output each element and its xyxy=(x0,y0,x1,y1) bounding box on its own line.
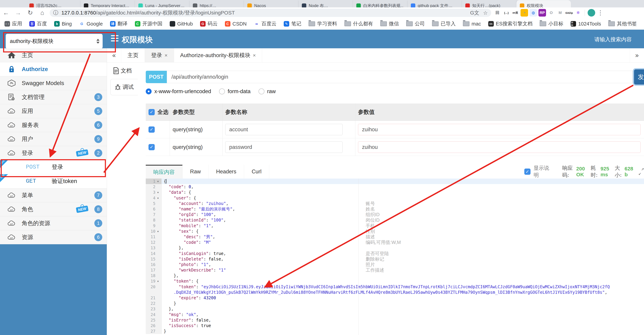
body-type-radio[interactable]: form-data xyxy=(219,88,250,94)
tabs-scroll-right-icon[interactable]: » xyxy=(630,48,644,62)
tab-close-icon[interactable]: × xyxy=(164,52,168,58)
fold-toggle-icon[interactable]: ▾ xyxy=(156,229,160,234)
ext-chrome-icon[interactable]: ◔ xyxy=(520,9,528,16)
select-all-checkbox[interactable]: ✓ xyxy=(148,109,155,115)
bookmark-item[interactable]: 译翻译 xyxy=(110,20,128,27)
send-button[interactable]: 发 xyxy=(634,69,644,84)
ext-grid-icon[interactable]: 回 xyxy=(494,9,501,16)
bookmark-item[interactable]: ✎笔记 xyxy=(284,20,301,27)
sidebar-item-资源[interactable]: API资源6 xyxy=(0,230,107,244)
browser-tab[interactable]: https://… xyxy=(189,0,244,8)
sidebar-item-Authorize[interactable]: Authorize xyxy=(0,62,107,76)
tab-debug[interactable]: 调试 xyxy=(110,79,138,95)
sidebar-item-Swagger Models[interactable]: Swagger Models xyxy=(0,76,107,90)
bookmark-item[interactable]: 微信 xyxy=(380,20,399,27)
ext-asterisk-icon[interactable]: ✲ xyxy=(574,9,582,16)
content-tab[interactable]: Authorize-authority-权限模块× xyxy=(174,48,262,62)
ext-rp-icon[interactable]: RP xyxy=(538,9,546,16)
fold-toggle-icon[interactable]: ▾ xyxy=(156,179,160,183)
expand-icon[interactable]: ↗↙ xyxy=(638,168,644,176)
sidebar-endpoint-验证token[interactable]: NEWGET验证token xyxy=(0,174,107,188)
bookmark-item[interactable]: CCSDN xyxy=(225,21,247,27)
browser-tab[interactable]: 白米内科参数列表规… xyxy=(353,0,407,8)
param-value-input[interactable]: zuihou xyxy=(358,124,640,135)
param-name-input[interactable]: account xyxy=(225,124,342,135)
bookmark-item[interactable]: C开源中国 xyxy=(135,20,162,27)
response-tab-Headers[interactable]: Headers xyxy=(208,165,244,178)
tabs-scroll-left-icon[interactable]: « xyxy=(107,48,121,62)
bookmark-item[interactable]: 已导入 xyxy=(432,20,456,27)
sidebar-item-用户[interactable]: API用户9 xyxy=(0,132,107,146)
browser-tab[interactable]: github pack 文件… xyxy=(407,0,462,8)
bookmark-item[interactable]: ESES搜索引擎文档 xyxy=(488,20,532,27)
ext-ring-icon[interactable]: O xyxy=(548,9,555,16)
module-select[interactable]: authority-权限模块 xyxy=(6,34,102,49)
sidebar-item-主页[interactable]: 主页 xyxy=(0,48,107,62)
param-checkbox[interactable]: ✓ xyxy=(148,126,155,133)
browser-tab[interactable]: 权限模块 xyxy=(516,0,571,8)
param-name-input[interactable]: password xyxy=(225,142,342,153)
ext-translate-en-icon[interactable]: en英 xyxy=(512,9,519,16)
ext-globe-icon[interactable]: ◍ xyxy=(530,9,537,16)
bookmark-item[interactable]: mac xyxy=(463,21,481,27)
forward-icon[interactable]: → xyxy=(12,9,24,16)
sidebar-item-文档管理[interactable]: 文档管理3 xyxy=(0,90,107,104)
response-tab-Curl[interactable]: Curl xyxy=(244,165,269,178)
menu-toggle-icon[interactable] xyxy=(111,35,118,42)
bookmark-item[interactable]: bBing xyxy=(54,21,72,27)
reload-icon[interactable]: ↻ xyxy=(24,9,36,16)
browser-tab[interactable]: 知天行…(pack) xyxy=(462,0,516,8)
tab-document[interactable]: 文档 xyxy=(113,67,132,74)
sidebar-endpoint-登录[interactable]: NEWPOST登录 xyxy=(0,160,107,174)
bookmark-item[interactable]: 什么都有 xyxy=(344,20,373,27)
bookmark-item[interactable]: 10 241024Tools xyxy=(570,21,601,27)
fold-toggle-icon[interactable]: ▾ xyxy=(156,196,160,200)
body-type-radio[interactable]: x-www-form-urlencoded xyxy=(146,88,211,94)
ext-braces-icon[interactable]: {…} xyxy=(502,9,510,16)
content-tab[interactable]: 主页 xyxy=(121,48,145,62)
browser-tab[interactable]: Node 布… xyxy=(298,0,353,8)
profile-avatar[interactable] xyxy=(588,9,595,16)
bookmark-item[interactable]: GGoogle xyxy=(79,21,103,27)
translate-icon[interactable]: G文 xyxy=(470,9,479,16)
sidebar-item-角色[interactable]: API角色NEW8 xyxy=(0,202,107,216)
bookmark-star-icon[interactable]: ☆ xyxy=(483,10,488,16)
page-info-icon[interactable]: ⓘ xyxy=(53,9,58,16)
param-checkbox[interactable]: ✓ xyxy=(148,144,155,150)
param-value-input[interactable]: zuihou xyxy=(358,142,640,153)
home-icon[interactable]: ⌂ xyxy=(36,9,48,16)
sidebar-item-菜单[interactable]: API菜单7 xyxy=(0,188,107,202)
bookmark-item[interactable]: 小目标 xyxy=(540,20,563,27)
bookmark-item[interactable]: 公司 xyxy=(406,20,425,27)
tab-close-icon[interactable]: × xyxy=(253,52,256,58)
ext-tampermonkey-icon[interactable]: M xyxy=(556,9,564,16)
ext-gitzip-icon[interactable]: GitZip xyxy=(565,9,573,16)
bookmark-item[interactable]: 学习资料 xyxy=(308,20,337,27)
back-icon[interactable]: ← xyxy=(0,9,12,16)
fold-toggle-icon[interactable]: ▾ xyxy=(156,279,160,283)
bookmark-item[interactable]: GitHub xyxy=(170,21,193,27)
response-editor[interactable]: 1▾{2 "code": 0,3▾ "data": {4▾ "user": {5… xyxy=(146,178,644,335)
bookmark-item[interactable]: 其他书签 xyxy=(608,20,637,27)
browser-tab[interactable]: Luna - JumpServer… xyxy=(135,0,189,8)
bookmark-item[interactable]: 百百度 xyxy=(29,20,47,27)
browser-tab[interactable]: 泪言/S2b2c… xyxy=(26,0,80,8)
response-tab-响应内容[interactable]: 响应内容 xyxy=(146,165,182,178)
sidebar-item-应用[interactable]: API应用5 xyxy=(0,104,107,118)
address-bar[interactable]: ⓘ 127.0.0.1:8760 /api/gate/doc.html#/aut… xyxy=(50,9,491,17)
body-type-radio[interactable]: raw xyxy=(258,88,276,94)
browser-tab[interactable]: Nacos xyxy=(244,0,298,8)
bookmark-item[interactable]: G码云 xyxy=(200,20,218,27)
bookmark-item[interactable]: ∞百度云 xyxy=(254,20,276,27)
sidebar-item-登录[interactable]: API登录NEW2 xyxy=(0,146,107,160)
sidebar-item-角色的资源[interactable]: API角色的资源1 xyxy=(0,216,107,230)
request-url-input[interactable]: /api/authority/anno/login xyxy=(167,71,632,83)
show-desc-checkbox[interactable]: ✓ xyxy=(524,168,530,175)
browser-tab[interactable]: Temporary Interact… xyxy=(80,0,135,8)
bookmark-item[interactable]: ⋮⋮应用 xyxy=(4,20,22,27)
content-tab[interactable]: 登录× xyxy=(145,48,174,62)
sidebar-item-服务表[interactable]: API服务表6 xyxy=(0,118,107,132)
response-tab-Raw[interactable]: Raw xyxy=(182,165,208,178)
fold-toggle-icon[interactable]: ▾ xyxy=(156,190,160,194)
header-search-input[interactable]: 请输入搜索内容 xyxy=(594,36,632,43)
